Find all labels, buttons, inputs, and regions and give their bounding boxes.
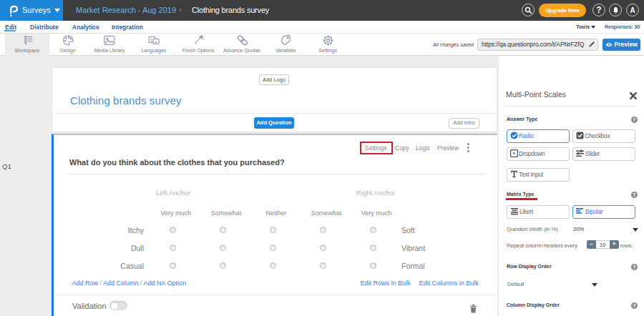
svg-text:≡: ≡ [150, 38, 153, 42]
svg-text:A: A [155, 40, 157, 44]
